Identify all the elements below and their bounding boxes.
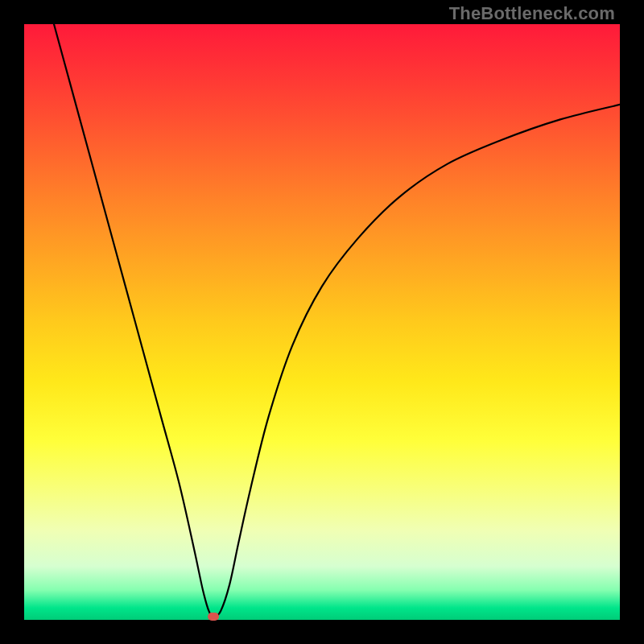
optimal-point-marker xyxy=(208,613,219,621)
curve-svg xyxy=(24,24,620,620)
watermark-text: TheBottleneck.com xyxy=(449,3,615,24)
chart-frame: TheBottleneck.com xyxy=(0,0,644,644)
plot-area xyxy=(24,24,620,620)
bottleneck-curve-path xyxy=(54,24,620,617)
